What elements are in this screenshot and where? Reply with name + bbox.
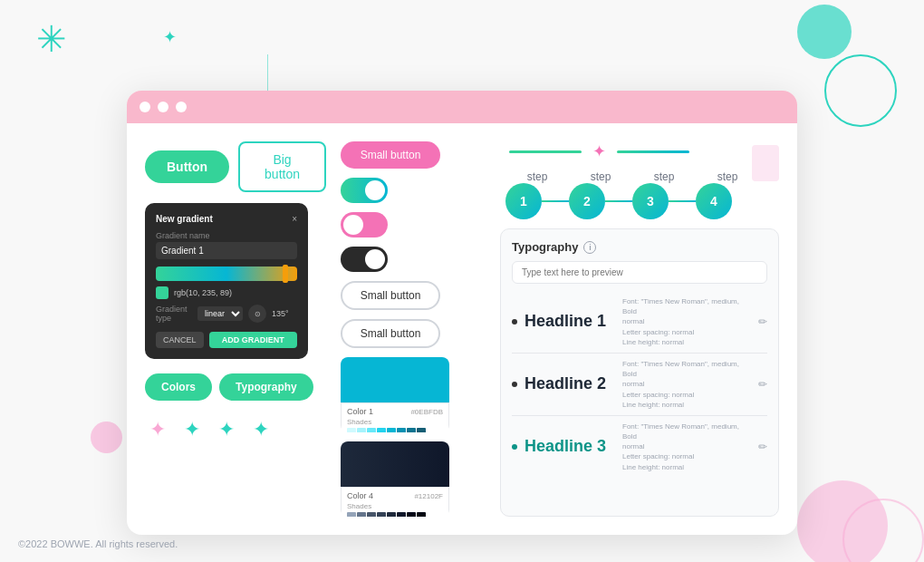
- step-circle-4[interactable]: 4: [696, 183, 732, 219]
- color-swatch-1-info: Color 1 #0EBFDB Shades Transparencies: [341, 402, 449, 432]
- star-icon-1: ✦: [145, 417, 170, 442]
- step-circle-3[interactable]: 3: [632, 183, 669, 219]
- stars-decorations-row: ✦ ✦ ✦ ✦: [145, 417, 326, 442]
- gradient-close-icon[interactable]: ×: [292, 214, 297, 224]
- button-row: Button Big button: [145, 141, 326, 192]
- gradient-line: [617, 150, 689, 153]
- h2-label: Headline 2: [525, 374, 615, 393]
- starburst-decoration-tl: ✳: [36, 18, 67, 60]
- color-swatch-1-shades-label: Shades: [347, 418, 443, 426]
- step-label-1: step: [505, 170, 569, 183]
- gradient-bar-handle[interactable]: [283, 265, 288, 283]
- window-body: Button Big button New gradient × Gradien…: [127, 123, 797, 535]
- gradient-angle-value: 135°: [272, 309, 289, 318]
- star-icon-3: ✦: [214, 417, 239, 442]
- toggle-knob-3: [365, 249, 385, 269]
- typography-row-h3: Headline 3 Font: "Times New Roman", medi…: [512, 416, 767, 478]
- color-swatch-4-info: Color 4 #12102F Shades Transparencies: [341, 487, 449, 517]
- h3-meta: Font: "Times New Roman", medium, Boldnor…: [622, 422, 751, 472]
- h3-edit-icon[interactable]: ✏: [758, 441, 767, 453]
- typography-preview-input[interactable]: [512, 261, 767, 284]
- right-panel: ✦ step step step step 1 2 3 4: [500, 141, 779, 517]
- small-button-pink[interactable]: Small button: [341, 141, 440, 169]
- typography-row-h1: Headline 1 Font: "Times New Roman", medi…: [512, 291, 767, 354]
- color-swatch-4-shades: [347, 512, 443, 517]
- bg-circle-teal: [797, 5, 852, 59]
- step-circle-2[interactable]: 2: [569, 183, 605, 219]
- window-titlebar: [127, 91, 797, 123]
- star-icon-2: ✦: [179, 417, 205, 442]
- color-swatch-4-label: Color 4: [347, 491, 373, 500]
- gradient-angle-dial[interactable]: ⊙: [248, 305, 266, 323]
- h1-edit-icon[interactable]: ✏: [758, 315, 767, 328]
- star-icon-4: ✦: [248, 417, 274, 442]
- toggle-row-3: [341, 247, 486, 272]
- typography-title: Typography: [512, 240, 578, 254]
- middle-panel: Small button Small button Small b: [341, 141, 486, 517]
- h1-bullet: [512, 319, 517, 325]
- gradient-color-row: rgb(10, 235, 89): [156, 286, 297, 299]
- traffic-light-green: [176, 102, 187, 112]
- h1-label: Headline 1: [525, 312, 615, 331]
- gradient-color-swatch[interactable]: [156, 286, 168, 299]
- pink-star-icon: ✦: [592, 141, 606, 161]
- lines-decoration: ✦: [509, 141, 779, 161]
- color-swatch-1-hex: #0EBFDB: [410, 408, 443, 416]
- small-button-outline-1[interactable]: Small button: [341, 281, 440, 310]
- step-circle-1[interactable]: 1: [505, 183, 542, 219]
- gradient-add-button[interactable]: ADD GRADIENT: [209, 332, 297, 348]
- green-line: [509, 150, 582, 153]
- left-panel: Button Big button New gradient × Gradien…: [145, 141, 326, 517]
- toggle-switch-3[interactable]: [341, 247, 388, 272]
- step-label-2: step: [569, 170, 632, 183]
- color-swatch-4-hex: #12102F: [414, 492, 443, 500]
- traffic-light-yellow: [158, 102, 168, 112]
- step-connector-2: [605, 200, 632, 202]
- h2-edit-icon[interactable]: ✏: [758, 378, 767, 391]
- steps-labels-row: step step step step: [500, 170, 779, 183]
- color-swatch-1-label: Color 1: [347, 407, 373, 416]
- section-tabs: Colors Typography: [145, 373, 326, 401]
- toggle-row-2: [341, 212, 486, 237]
- gradient-cancel-button[interactable]: CANCEL: [156, 332, 204, 348]
- small-button-outline-2[interactable]: Small button: [341, 319, 440, 348]
- h1-meta: Font: "Times New Roman", medium, Boldnor…: [622, 296, 751, 347]
- h2-bullet: [512, 382, 517, 387]
- step-connector-1: [542, 200, 569, 202]
- steps-circles-row: 1 2 3 4: [500, 183, 779, 219]
- gradient-popup-title: New gradient: [156, 214, 213, 224]
- gradient-name-input[interactable]: [156, 242, 297, 259]
- bg-circle-pink-left: [91, 422, 122, 453]
- colors-tab[interactable]: Colors: [145, 373, 212, 401]
- toggle-switch-1[interactable]: [341, 178, 388, 203]
- toggle-row-1: [341, 178, 486, 203]
- footer-copyright: ©2022 BOWWE. All rights reserved.: [18, 538, 178, 549]
- toggle-switch-2[interactable]: [341, 212, 388, 237]
- pink-square-decoration: [752, 145, 779, 181]
- h2-meta: Font: "Times New Roman", medium, Boldnor…: [622, 359, 751, 410]
- big-button[interactable]: Big button: [238, 141, 326, 192]
- typography-panel: Typography i Headline 1 Font: "Times New…: [500, 228, 779, 517]
- bg-circle-outline-2: [842, 499, 924, 562]
- gradient-popup: New gradient × Gradient name rgb(10, 235…: [145, 203, 308, 359]
- starburst-decoration-tr: ✦: [163, 27, 177, 47]
- steps-section: step step step step 1 2 3 4: [500, 170, 779, 219]
- color-swatch-1-main[interactable]: [341, 357, 449, 402]
- toggle-knob-2: [343, 215, 363, 235]
- color-swatch-4-shades-label: Shades: [347, 502, 443, 510]
- color-swatch-1-shades: [347, 428, 443, 432]
- color-swatch-4-main[interactable]: [341, 441, 449, 487]
- copyright-text: ©2022 BOWWE. All rights reserved.: [18, 538, 178, 549]
- bg-circle-outline: [824, 54, 897, 127]
- bg-circle-pink: [797, 480, 888, 562]
- color-swatch-1: Color 1 #0EBFDB Shades Transparencies: [341, 357, 449, 432]
- green-button[interactable]: Button: [145, 150, 229, 183]
- step-label-4: step: [696, 170, 759, 183]
- step-label-3: step: [632, 170, 696, 183]
- typography-tab[interactable]: Typography: [219, 373, 313, 401]
- gradient-bar: [156, 266, 297, 281]
- traffic-light-red: [140, 102, 150, 112]
- gradient-type-row: Gradient type linear radial ⊙ 135°: [156, 305, 297, 323]
- gradient-type-select[interactable]: linear radial: [197, 306, 243, 321]
- gradient-popup-header: New gradient ×: [156, 214, 297, 224]
